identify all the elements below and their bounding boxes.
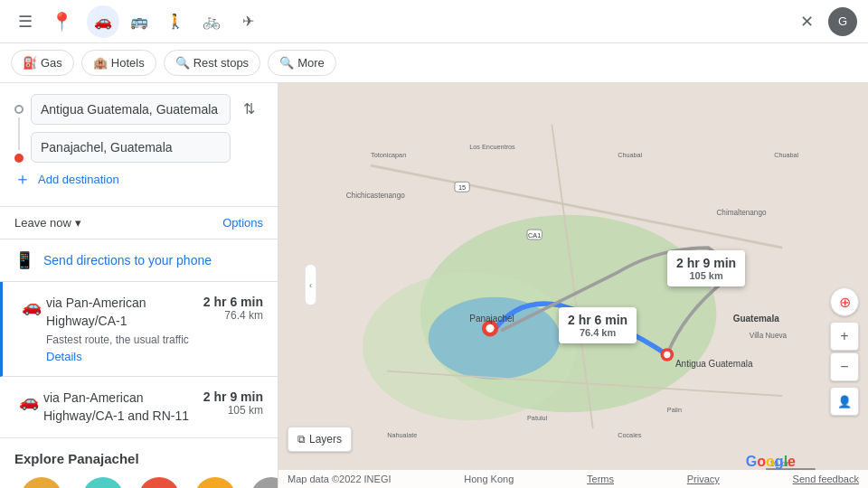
svg-text:Los Encuentros: Los Encuentros bbox=[469, 143, 515, 151]
drive-mode[interactable]: 🚗 bbox=[87, 5, 119, 38]
svg-text:Cocales: Cocales bbox=[618, 431, 642, 439]
svg-text:Nahualate: Nahualate bbox=[387, 431, 417, 439]
feedback-link[interactable]: Send feedback bbox=[793, 474, 859, 484]
svg-text:Antigua Guatemala: Antigua Guatemala bbox=[675, 359, 753, 369]
svg-text:Chuabal: Chuabal bbox=[618, 151, 642, 159]
route-tooltip-1: 2 hr 6 min 76.4 km bbox=[559, 307, 637, 343]
zoom-in-button[interactable]: + bbox=[830, 322, 859, 351]
route-car-icon-2: 🚗 bbox=[19, 391, 39, 411]
explore-more[interactable]: ··· More bbox=[250, 477, 278, 488]
svg-text:Patulul: Patulul bbox=[527, 414, 548, 422]
svg-text:‹: ‹ bbox=[309, 281, 312, 290]
input-section: Antigua Guatemala, Guatemala Panajachel,… bbox=[0, 83, 278, 207]
dest-dot bbox=[14, 154, 24, 163]
compass-button[interactable]: ⊕ bbox=[830, 287, 859, 316]
explore-hotels[interactable]: 🏨 Hotels bbox=[82, 477, 124, 488]
map-svg: Antigua Guatemala Panajachel Chichicaste… bbox=[278, 83, 868, 488]
leave-now-chevron: ▾ bbox=[75, 216, 81, 230]
route-dist-1: 76.4 km bbox=[203, 309, 263, 322]
add-icon: ＋ bbox=[14, 168, 31, 190]
leave-now-button[interactable]: Leave now ▾ bbox=[14, 216, 81, 230]
svg-text:Totonicapan: Totonicapan bbox=[371, 151, 406, 159]
rest-icon: 🔍 bbox=[175, 56, 190, 70]
main-content: Antigua Guatemala, Guatemala Panajachel,… bbox=[0, 83, 868, 488]
tooltip-dist-2: 105 km bbox=[689, 270, 722, 281]
cycle-mode[interactable]: 🚲 bbox=[195, 5, 228, 38]
svg-point-10 bbox=[486, 324, 494, 333]
google-logo: Google bbox=[746, 454, 796, 470]
filter-bar: ⛽ Gas 🏨 Hotels 🔍 Rest stops 🔍 More bbox=[0, 43, 868, 83]
explore-parking[interactable]: P Parking Lots bbox=[194, 477, 236, 488]
map-area[interactable]: Antigua Guatemala Panajachel Chichicaste… bbox=[278, 83, 868, 488]
more-filter[interactable]: 🔍 More bbox=[268, 50, 336, 76]
route-tooltip-2: 2 hr 9 min 105 km bbox=[667, 250, 745, 286]
hotels-icon: 🏨 bbox=[93, 56, 108, 70]
restaurants-icon: 🍴 bbox=[21, 477, 62, 488]
route-item-2[interactable]: 🚗 via Pan-American Highway/CA-1 and RN-1… bbox=[0, 377, 278, 438]
svg-text:Villa Nueva: Villa Nueva bbox=[750, 332, 788, 340]
origin-dot bbox=[14, 105, 24, 114]
layers-label: Layers bbox=[309, 433, 342, 446]
street-view-button[interactable]: 👤 bbox=[830, 387, 859, 416]
leave-now-label: Leave now bbox=[14, 216, 71, 230]
svg-text:Chichicastenango: Chichicastenango bbox=[346, 192, 406, 200]
more-label: More bbox=[297, 56, 325, 70]
maps-logo: 📍 bbox=[47, 7, 76, 36]
menu-icon[interactable]: ☰ bbox=[11, 7, 40, 36]
add-destination[interactable]: ＋ Add destination bbox=[14, 163, 263, 195]
hotels-filter[interactable]: 🏨 Hotels bbox=[81, 50, 156, 76]
route-time-1: 2 hr 6 min bbox=[203, 295, 263, 309]
tooltip-dist-1: 76.4 km bbox=[580, 327, 616, 338]
hotels-icon: 🏨 bbox=[82, 477, 124, 488]
destination-input[interactable]: Panajachel, Guatemala bbox=[31, 132, 231, 163]
route-item-1[interactable]: 🚗 via Pan-American Highway/CA-1 Fastest … bbox=[0, 282, 278, 377]
origin-input[interactable]: Antigua Guatemala, Guatemala bbox=[31, 94, 231, 125]
rest-label: Rest stops bbox=[193, 56, 249, 70]
dir-phone-label: Send directions to your phone bbox=[43, 253, 212, 267]
route-dist-2: 105 km bbox=[203, 404, 263, 417]
walk-mode[interactable]: 🚶 bbox=[159, 5, 192, 38]
close-button[interactable]: ✕ bbox=[792, 7, 821, 36]
gas-filter[interactable]: ⛽ Gas bbox=[11, 50, 74, 76]
route-details-link-1[interactable]: Details bbox=[46, 350, 203, 363]
more-icon: 🔍 bbox=[279, 56, 294, 70]
zoom-out-button[interactable]: − bbox=[830, 352, 859, 381]
svg-point-8 bbox=[664, 352, 670, 358]
explore-section: Explore Panajachel 🍴 Restaurants 🏨 Hotel… bbox=[0, 438, 278, 488]
route-line bbox=[18, 117, 20, 150]
options-button[interactable]: Options bbox=[222, 216, 263, 230]
svg-text:Guatemala: Guatemala bbox=[733, 314, 780, 324]
swap-button[interactable]: ⇅ bbox=[234, 94, 263, 123]
explore-icons: 🍴 Restaurants 🏨 Hotels ⛽ Gas stations P … bbox=[14, 477, 263, 488]
rest-stops-filter[interactable]: 🔍 Rest stops bbox=[164, 50, 260, 76]
map-controls: ⊕ + − 👤 bbox=[830, 287, 859, 416]
directions-to-phone[interactable]: 📱 Send directions to your phone bbox=[0, 239, 278, 282]
route-name-2: via Pan-American Highway/CA-1 and RN-11 bbox=[43, 389, 203, 425]
explore-gas[interactable]: ⛽ Gas stations bbox=[138, 477, 180, 488]
privacy-link[interactable]: Privacy bbox=[687, 474, 720, 484]
route-name-1: via Pan-American Highway/CA-1 bbox=[46, 295, 203, 330]
explore-restaurants[interactable]: 🍴 Restaurants bbox=[14, 477, 68, 488]
gas-label: Gas bbox=[41, 56, 62, 70]
layers-button[interactable]: ⧉ Layers bbox=[288, 427, 352, 452]
transit-mode[interactable]: 🚌 bbox=[123, 5, 156, 38]
terms-link[interactable]: Terms bbox=[587, 474, 614, 484]
tooltip-time-2: 2 hr 9 min bbox=[676, 256, 736, 270]
top-bar: ☰ 📍 🚗 🚌 🚶 🚲 ✈ ✕ G bbox=[0, 0, 868, 43]
layers-icon: ⧉ bbox=[297, 433, 306, 446]
svg-text:Panajachel: Panajachel bbox=[469, 314, 514, 324]
phone-icon: 📱 bbox=[14, 250, 34, 270]
hotels-label: Hotels bbox=[111, 56, 145, 70]
sidebar: Antigua Guatemala, Guatemala Panajachel,… bbox=[0, 83, 278, 488]
profile-avatar[interactable]: G bbox=[828, 7, 857, 36]
flight-mode[interactable]: ✈ bbox=[231, 5, 264, 38]
svg-text:15: 15 bbox=[458, 183, 466, 192]
parking-icon: P bbox=[194, 477, 236, 488]
transport-modes: 🚗 🚌 🚶 🚲 ✈ bbox=[87, 5, 264, 38]
route-time-2: 2 hr 9 min bbox=[203, 389, 263, 404]
more-explore-icon: ··· bbox=[250, 477, 278, 488]
map-bottom-bar: Map data ©2022 INEGI Hong Kong Terms Pri… bbox=[278, 470, 868, 488]
explore-title: Explore Panajachel bbox=[14, 451, 263, 466]
add-label: Add destination bbox=[38, 173, 119, 186]
map-region: Hong Kong bbox=[464, 474, 514, 484]
